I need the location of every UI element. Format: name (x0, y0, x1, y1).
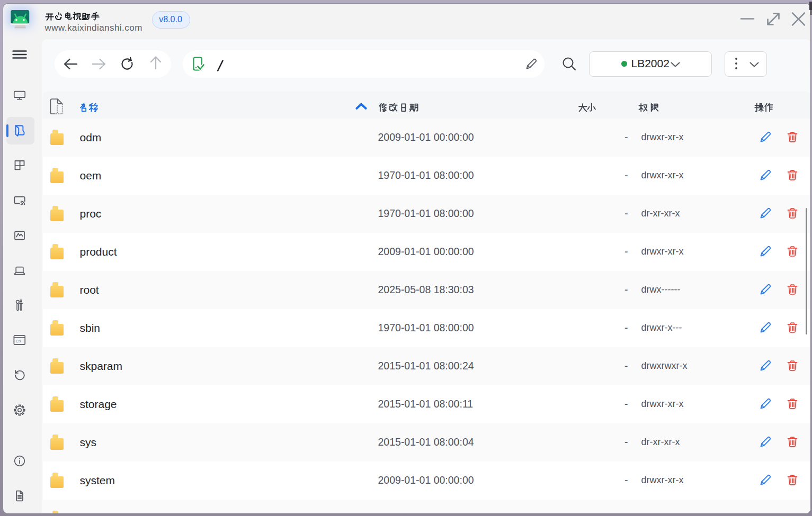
svg-text:C:\: C:\ (15, 339, 21, 343)
